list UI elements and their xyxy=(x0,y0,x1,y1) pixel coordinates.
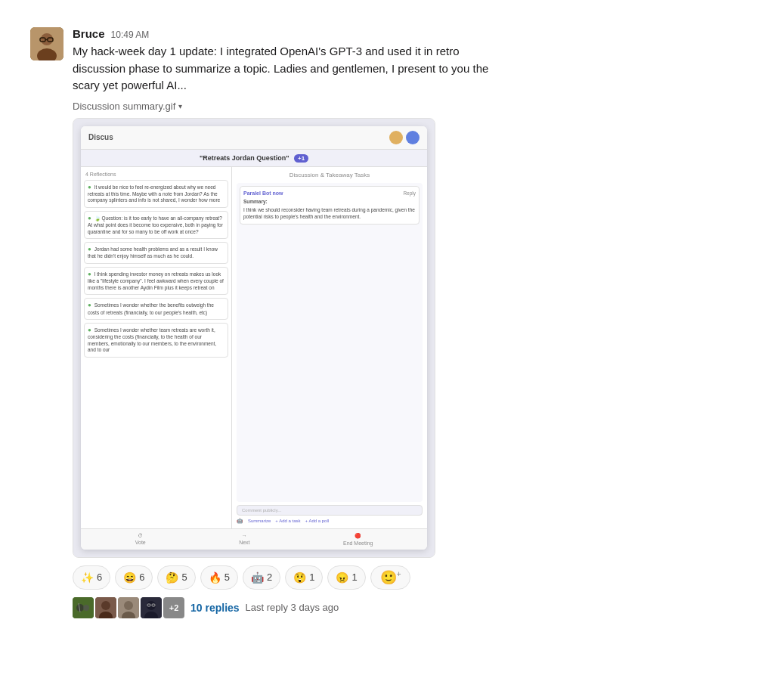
reply-avatar-4 xyxy=(141,597,162,618)
svg-point-11 xyxy=(101,601,110,610)
reaction-sparkles[interactable]: ✨ 6 xyxy=(73,565,110,590)
retro-header-icons xyxy=(389,131,420,144)
add-task-label[interactable]: + Add a task xyxy=(275,519,300,523)
avatar-image xyxy=(30,27,63,60)
retro-footer: ⏱ Vote → Next 🔴 End Meeting xyxy=(81,528,427,550)
retro-card-4: ● I think spending investor money on ret… xyxy=(84,267,228,295)
surprised-emoji: 😲 xyxy=(293,571,306,584)
card-dot-4: ● xyxy=(88,271,91,277)
vote-icon: ⏱ xyxy=(138,533,143,538)
retro-footer-next[interactable]: → Next xyxy=(239,533,249,546)
grin-emoji: 😄 xyxy=(123,571,136,584)
fire-emoji: 🔥 xyxy=(209,571,221,584)
retro-body: 4 Reflections ● It would be nice to feel… xyxy=(81,167,427,528)
retro-right-title: Discussion & Takeaway Tasks xyxy=(237,172,423,178)
summarize-icon: 🤖 xyxy=(237,518,243,524)
reaction-robot[interactable]: 🤖 2 xyxy=(243,565,280,590)
retro-right-panel: Discussion & Takeaway Tasks Paralel Bot … xyxy=(232,167,427,528)
add-reaction-button[interactable]: 🙂+ xyxy=(370,565,411,590)
retro-left-panel: 4 Reflections ● It would be nice to feel… xyxy=(81,167,232,528)
retro-comment-box[interactable]: Comment publicly... xyxy=(237,505,423,516)
grin-count: 6 xyxy=(139,571,144,583)
author-name: Bruce xyxy=(73,27,105,40)
card-dot-6: ● xyxy=(88,327,91,333)
fire-count: 5 xyxy=(224,571,230,583)
summarize-label[interactable]: Summarize xyxy=(248,519,271,523)
reply-avatars: +2 xyxy=(73,597,184,618)
vote-label: Vote xyxy=(135,540,146,545)
next-label: Next xyxy=(239,540,249,545)
robot-emoji: 🤖 xyxy=(251,571,264,584)
retro-user-icon xyxy=(389,131,403,144)
retro-card-5: ● Sometimes I wonder whether the benefit… xyxy=(84,298,228,320)
reaction-grin[interactable]: 😄 6 xyxy=(115,565,153,590)
message-body: Bruce 10:49 AM My hack-week day 1 update… xyxy=(73,27,744,618)
svg-point-14 xyxy=(124,601,133,610)
message-timestamp: 10:49 AM xyxy=(111,29,150,40)
attachment-filename: Discussion summary.gif xyxy=(73,101,175,112)
more-count: +2 xyxy=(169,603,179,612)
thinking-emoji: 🤔 xyxy=(166,571,178,584)
next-icon: → xyxy=(242,533,247,538)
retro-title-bar: "Retreats Jordan Question" +1 xyxy=(81,150,427,167)
retro-app-logo: Discus xyxy=(88,133,113,141)
attachment-label[interactable]: Discussion summary.gif ▾ xyxy=(73,101,744,112)
angry-count: 1 xyxy=(351,571,357,583)
message-header: Bruce 10:49 AM xyxy=(73,27,744,40)
svg-point-17 xyxy=(147,601,156,610)
replies-row: +2 10 replies Last reply 3 days ago xyxy=(73,597,744,618)
retro-card-1: ● It would be nice to feel re-energized … xyxy=(84,180,228,208)
message-container: Bruce 10:49 AM My hack-week day 1 update… xyxy=(15,15,759,630)
angry-emoji: 😠 xyxy=(336,571,348,584)
gif-preview: Discus "Retreats Jordan Question" +1 xyxy=(73,118,435,558)
surprised-count: 1 xyxy=(309,571,314,583)
retro-footer-end[interactable]: 🔴 End Meeting xyxy=(343,533,373,546)
retro-ai-header: Paralel Bot now Reply xyxy=(243,190,416,197)
reaction-angry[interactable]: 😠 1 xyxy=(327,565,365,590)
retro-action-bar: 🤖 Summarize + Add a task + Add a poll xyxy=(237,518,423,524)
retro-ai-name: Paralel Bot now xyxy=(243,190,283,197)
retro-discussion-area: Paralel Bot now Reply Summary: I think w… xyxy=(237,183,423,502)
reply-avatar-2 xyxy=(95,597,116,618)
retro-ai-reply: Reply xyxy=(403,190,416,197)
retro-app: Discus "Retreats Jordan Question" +1 xyxy=(81,126,427,550)
card-dot-2: ● xyxy=(88,215,91,221)
chevron-down-icon: ▾ xyxy=(178,102,182,110)
sparkles-emoji: ✨ xyxy=(81,571,94,584)
gif-inner: Discus "Retreats Jordan Question" +1 xyxy=(73,119,435,557)
retro-comment-placeholder: Comment publicly... xyxy=(242,508,281,513)
retro-card-3: ● Jordan had some health problems and as… xyxy=(84,242,228,264)
message-text: My hack-week day 1 update: I integrated … xyxy=(73,43,744,94)
robot-count: 2 xyxy=(267,571,272,583)
reply-avatar-1 xyxy=(73,597,94,618)
retro-summary-label: Summary: xyxy=(243,198,416,205)
reply-meta: Last reply 3 days ago xyxy=(246,602,339,613)
add-reaction-icon: 🙂+ xyxy=(380,569,401,586)
thinking-count: 5 xyxy=(181,571,187,583)
reply-count[interactable]: 10 replies xyxy=(190,602,240,614)
reply-avatar-3 xyxy=(118,597,139,618)
retro-card-6: ● Sometimes I wonder whether team retrea… xyxy=(84,323,228,358)
retro-badge: +1 xyxy=(294,154,308,163)
reaction-surprised[interactable]: 😲 1 xyxy=(285,565,323,590)
reaction-fire[interactable]: 🔥 5 xyxy=(200,565,238,590)
add-poll-label[interactable]: + Add a poll xyxy=(305,519,330,523)
reaction-thinking[interactable]: 🤔 5 xyxy=(157,565,195,590)
card-dot-5: ● xyxy=(88,302,91,308)
end-icon: 🔴 xyxy=(354,533,361,539)
end-label: End Meeting xyxy=(343,540,373,546)
svg-point-8 xyxy=(83,605,89,611)
retro-user-icon-2 xyxy=(406,131,420,144)
retro-app-header: Discus xyxy=(81,126,427,150)
reply-avatar-more: +2 xyxy=(163,597,184,618)
retro-card-2: ● 🍃 Question: is it too early to have an… xyxy=(84,211,228,239)
card-dot-3: ● xyxy=(88,246,91,252)
card-dot-1: ● xyxy=(88,184,91,190)
retro-section-title: 4 Reflections xyxy=(84,172,228,177)
retro-footer-vote[interactable]: ⏱ Vote xyxy=(135,533,146,546)
avatar xyxy=(30,27,63,60)
sparkles-count: 6 xyxy=(97,571,102,583)
retro-summary-text: I think we should reconsider having team… xyxy=(243,206,416,220)
retro-ai-comment: Paralel Bot now Reply Summary: I think w… xyxy=(240,186,420,225)
reactions-row: ✨ 6 😄 6 🤔 5 🔥 5 🤖 2 😲 1 xyxy=(73,565,744,590)
